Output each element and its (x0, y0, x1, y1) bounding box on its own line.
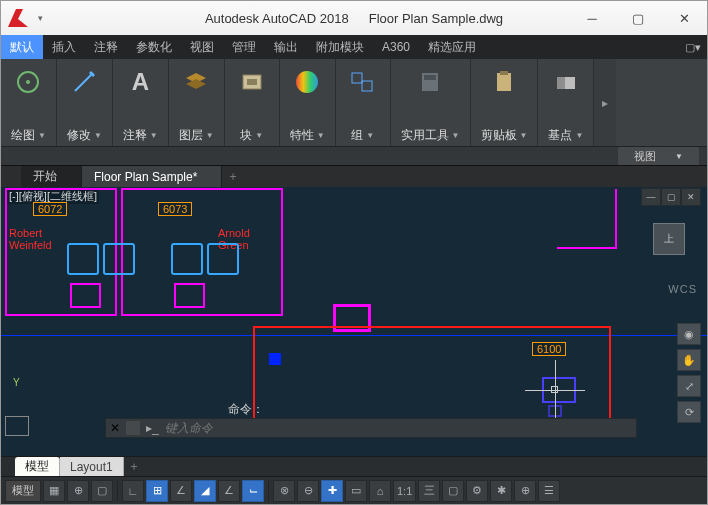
sb-ortho-icon[interactable]: ∟ (122, 480, 144, 502)
ribbon-footer[interactable]: 视图 ▼ (1, 147, 707, 165)
command-close-icon[interactable]: ✕ (110, 421, 120, 435)
menu-output[interactable]: 输出 (265, 35, 307, 59)
panel-draw[interactable]: 绘图▼ (1, 59, 57, 146)
svg-rect-4 (247, 79, 257, 85)
svg-line-2 (75, 73, 93, 91)
maximize-button[interactable]: ▢ (615, 2, 661, 34)
nav-zoom-icon[interactable]: ⤢ (677, 375, 701, 397)
nav-pan-icon[interactable]: ✋ (677, 349, 701, 371)
viewport-controls[interactable]: —▢✕ (641, 188, 701, 206)
menu-annotate[interactable]: 注释 (85, 35, 127, 59)
sb-cycling-icon[interactable]: ✚ (321, 480, 343, 502)
svg-point-5 (296, 71, 318, 93)
menu-featured[interactable]: 精选应用 (419, 35, 485, 59)
ribbon: 绘图▼ 修改▼ A 注释▼ 图层▼ 块▼ 特性▼ 组▼ 实用工具▼ (1, 59, 707, 147)
panel-annotate[interactable]: A 注释▼ (113, 59, 169, 146)
sb-model[interactable]: 模型 (5, 480, 41, 502)
nav-orbit-icon[interactable]: ⟳ (677, 401, 701, 423)
menu-a360[interactable]: A360 (373, 35, 419, 59)
tab-start[interactable]: 开始 (21, 166, 82, 187)
wcs-label[interactable]: WCS (668, 283, 697, 295)
sb-scale[interactable]: 1:1 (393, 480, 416, 502)
basepoint-icon (549, 65, 583, 99)
layout-tabs: 模型 Layout1 ＋ (1, 456, 707, 476)
drawing-canvas[interactable]: [-][俯视][二维线框] 6072 6073 6100 Robert Wein… (1, 187, 707, 456)
sb-monitor-icon[interactable]: ▢ (442, 480, 464, 502)
sb-infer-icon[interactable]: ▢ (91, 480, 113, 502)
room-label-6100[interactable]: 6100 (532, 342, 566, 356)
status-bar: 模型 ▦ ⊕ ▢ ∟ ⊞ ∠ ◢ ∠ ⌙ ⊗ ⊖ ✚ ▭ ⌂ 1:1 三 ▢ ⚙… (1, 476, 707, 504)
ucs-icon (5, 416, 29, 436)
panel-group[interactable]: 组▼ (336, 59, 391, 146)
panel-properties[interactable]: 特性▼ (280, 59, 336, 146)
svg-rect-7 (362, 81, 372, 91)
room-label-6072[interactable]: 6072 (33, 202, 67, 216)
app-logo[interactable] (4, 3, 34, 33)
navigation-bar: ◉ ✋ ⤢ ⟳ (677, 323, 701, 423)
sb-customize-icon[interactable]: ☰ (538, 480, 560, 502)
sb-lineweight-icon[interactable]: ⊗ (273, 480, 295, 502)
sb-annoscale-icon[interactable]: ⌂ (369, 480, 391, 502)
command-line[interactable]: 命令： ✕ ▸_ (105, 418, 637, 438)
sb-annotation-icon[interactable]: ▭ (345, 480, 367, 502)
menu-extras[interactable]: ▢▾ (679, 35, 707, 59)
title-bar: ▾ Autodesk AutoCAD 2018Floor Plan Sample… (1, 1, 707, 35)
command-prompt-label: 命令： (228, 401, 264, 418)
sb-grid-icon[interactable]: ▦ (43, 480, 65, 502)
chair-2 (103, 243, 135, 275)
panel-utilities[interactable]: 实用工具▼ (391, 59, 471, 146)
sb-otrack-icon[interactable]: ⌙ (242, 480, 264, 502)
grip-handle[interactable] (269, 353, 281, 365)
svg-rect-6 (352, 73, 362, 83)
sb-iso-icon[interactable]: ∠ (170, 480, 192, 502)
close-button[interactable]: ✕ (661, 2, 707, 34)
annotate-icon: A (123, 65, 157, 99)
svg-rect-9 (424, 75, 436, 80)
layout-layout1[interactable]: Layout1 (60, 457, 124, 476)
desk-2 (174, 283, 205, 308)
properties-icon (290, 65, 324, 99)
block-icon (235, 65, 269, 99)
new-tab-button[interactable]: ＋ (222, 166, 244, 187)
svg-rect-10 (497, 73, 511, 91)
wall-corner (557, 189, 617, 249)
command-customize-icon[interactable] (126, 421, 140, 435)
menu-parametric[interactable]: 参数化 (127, 35, 181, 59)
layout-add-button[interactable]: ＋ (124, 457, 144, 476)
view-cube[interactable]: 上 (641, 211, 697, 267)
menu-addins[interactable]: 附加模块 (307, 35, 373, 59)
sb-polar-icon[interactable]: ⊞ (146, 480, 168, 502)
sb-quickprops-icon[interactable]: ✱ (490, 480, 512, 502)
panel-clipboard[interactable]: 剪贴板▼ (471, 59, 539, 146)
sb-lock-icon[interactable]: ⊕ (514, 480, 536, 502)
panel-modify[interactable]: 修改▼ (57, 59, 113, 146)
panel-basepoint[interactable]: 基点▼ (538, 59, 594, 146)
person-weinfeld: Robert Weinfeld (9, 227, 52, 251)
menu-insert[interactable]: 插入 (43, 35, 85, 59)
menu-manage[interactable]: 管理 (223, 35, 265, 59)
svg-rect-11 (500, 71, 508, 75)
sb-transparency-icon[interactable]: ⊖ (297, 480, 319, 502)
svg-rect-13 (557, 77, 565, 89)
panel-block[interactable]: 块▼ (225, 59, 280, 146)
sb-3dosnap-icon[interactable]: ∠ (218, 480, 240, 502)
file-tabs: 开始 Floor Plan Sample* ＋ (1, 165, 707, 187)
sb-workspace-icon[interactable]: 三 (418, 480, 440, 502)
sb-osnap-icon[interactable]: ◢ (194, 480, 216, 502)
sb-snap-icon[interactable]: ⊕ (67, 480, 89, 502)
nav-wheel-icon[interactable]: ◉ (677, 323, 701, 345)
quick-access-toolbar[interactable]: ▾ (38, 13, 43, 23)
ucs-y-axis: Y (13, 377, 20, 388)
ribbon-expander[interactable]: ▸ (594, 59, 616, 146)
layers-icon (179, 65, 213, 99)
minimize-button[interactable]: ─ (569, 2, 615, 34)
tab-floorplan[interactable]: Floor Plan Sample* (82, 166, 222, 187)
panel-layers[interactable]: 图层▼ (169, 59, 225, 146)
layout-model[interactable]: 模型 (15, 457, 60, 476)
modify-icon (67, 65, 101, 99)
menu-view[interactable]: 视图 (181, 35, 223, 59)
room-label-6073[interactable]: 6073 (158, 202, 192, 216)
command-input[interactable] (165, 421, 632, 435)
sb-units-icon[interactable]: ⚙ (466, 480, 488, 502)
menu-default[interactable]: 默认 (1, 35, 43, 59)
